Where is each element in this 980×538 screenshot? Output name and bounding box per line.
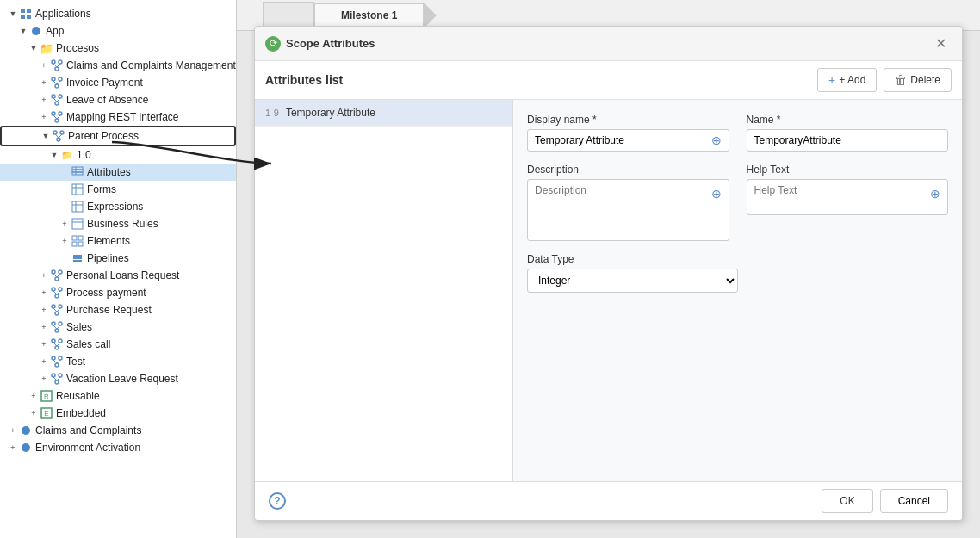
embedded-label: Embedded	[56, 407, 106, 419]
sidebar-item-invoice[interactable]: + Invoice Payment	[0, 74, 236, 91]
add-button[interactable]: + + Add	[817, 68, 877, 92]
svg-line-17	[53, 98, 57, 102]
svg-point-60	[55, 312, 59, 315]
toggle-leave[interactable]: +	[38, 94, 50, 106]
parent-process-label: Parent Process	[68, 130, 139, 142]
form-group-help-text: Help Text ⊕	[747, 164, 949, 241]
sidebar-item-sales-call[interactable]: + Sales call	[0, 336, 236, 353]
svg-line-7	[53, 64, 57, 67]
description-label: Description	[527, 164, 729, 176]
sidebar-item-test[interactable]: + Test	[0, 353, 236, 370]
toggle-invoice[interactable]: +	[38, 77, 50, 89]
sidebar-item-applications[interactable]: ▼ Applications	[0, 5, 236, 22]
add-label: + Add	[839, 74, 865, 86]
sidebar-item-attributes[interactable]: Attributes	[0, 164, 236, 181]
svg-line-22	[53, 115, 57, 119]
claims-complaints-label: Claims and Complaints	[35, 424, 141, 436]
ok-button[interactable]: OK	[822, 489, 872, 513]
help-text-textarea[interactable]	[747, 180, 924, 214]
name-label: Name *	[747, 114, 949, 126]
svg-line-23	[57, 115, 60, 119]
claims-mgmt-label: Claims and Complaints Management	[66, 59, 236, 71]
expressions-icon	[71, 200, 84, 213]
business-rules-label: Business Rules	[87, 218, 158, 230]
svg-line-81	[53, 377, 57, 380]
svg-point-49	[59, 270, 62, 274]
sidebar-item-business-rules[interactable]: + Business Rules	[0, 215, 236, 232]
sidebar-item-forms[interactable]: Forms	[0, 181, 236, 198]
modal-body: 1-9 Temporary Attribute Display name * ⊕	[255, 100, 962, 481]
data-type-label: Data Type	[527, 253, 738, 265]
sidebar-item-personal-loans[interactable]: + Personal Loans Request	[0, 267, 236, 284]
milestone-tab[interactable]: Milestone 1	[314, 3, 423, 28]
svg-line-52	[57, 274, 60, 277]
forms-icon	[71, 182, 84, 196]
sidebar-item-reusable[interactable]: + R Reusable	[0, 387, 236, 405]
svg-point-68	[52, 339, 55, 343]
display-name-icon[interactable]: ⊕	[704, 130, 729, 151]
svg-rect-33	[72, 184, 83, 195]
svg-line-51	[53, 274, 57, 277]
sidebar-item-env-activation[interactable]: + Environment Activation	[0, 439, 236, 456]
svg-line-66	[53, 325, 57, 329]
process-icon-16	[50, 337, 64, 351]
delete-icon: 🗑	[895, 73, 907, 87]
svg-point-10	[59, 77, 62, 81]
svg-point-6	[55, 67, 59, 71]
description-textarea[interactable]	[528, 180, 704, 240]
sidebar-item-purchase-request[interactable]: + Purchase Request	[0, 301, 236, 318]
svg-point-55	[55, 294, 59, 298]
sidebar-item-app[interactable]: ▼ App	[0, 22, 236, 40]
sidebar-item-process-payment[interactable]: + Process payment	[0, 284, 236, 301]
svg-rect-0	[21, 9, 25, 13]
reusable-label: Reusable	[56, 390, 100, 402]
toggle-applications[interactable]: ▼	[7, 8, 19, 20]
attr-list-panel: 1-9 Temporary Attribute	[255, 100, 513, 481]
sidebar-item-mapping[interactable]: + Mapping REST interface	[0, 108, 236, 126]
sidebar-item-pipelines[interactable]: Pipelines	[0, 250, 236, 267]
svg-point-21	[55, 119, 59, 122]
svg-point-79	[59, 374, 62, 377]
procesos-icon: 📁	[40, 41, 53, 55]
sidebar-item-embedded[interactable]: + E Embedded	[0, 405, 236, 422]
toggle-version[interactable]: ▼	[48, 149, 60, 161]
sidebar-item-sales[interactable]: + Sales	[0, 318, 236, 336]
display-name-input[interactable]	[528, 130, 704, 151]
sidebar-item-procesos[interactable]: ▼ 📁 Procesos	[0, 40, 236, 57]
toggle-mapping[interactable]: +	[38, 111, 50, 123]
toggle-app[interactable]: ▼	[17, 25, 29, 37]
cancel-button[interactable]: Cancel	[880, 489, 948, 513]
data-type-select[interactable]: Integer String Boolean Date Float Long	[527, 269, 738, 293]
svg-point-20	[59, 112, 62, 115]
svg-rect-2	[21, 15, 25, 19]
app-icon	[29, 24, 43, 38]
pipelines-icon	[71, 251, 84, 265]
sidebar-item-expressions[interactable]: Expressions	[0, 198, 236, 215]
svg-line-27	[55, 134, 59, 138]
attr-list-item[interactable]: 1-9 Temporary Attribute	[255, 100, 512, 127]
sidebar-item-claims-mgmt[interactable]: + Claims and Complaints Management	[0, 57, 236, 74]
help-text-icon[interactable]: ⊕	[923, 183, 947, 204]
modal-close-button[interactable]: ✕	[930, 34, 952, 53]
svg-point-24	[53, 131, 57, 134]
svg-point-25	[60, 131, 64, 134]
delete-button[interactable]: 🗑 Delete	[884, 68, 952, 92]
svg-point-58	[52, 305, 55, 308]
sidebar-item-version[interactable]: ▼ 📁 1.0	[0, 146, 236, 164]
sidebar-item-claims-complaints[interactable]: + Claims and Complaints	[0, 422, 236, 439]
toggle-parent-process[interactable]: ▼	[40, 130, 52, 142]
sidebar-item-leave[interactable]: + Leave of Absence	[0, 91, 236, 108]
toggle-claims-mgmt[interactable]: +	[38, 59, 50, 71]
svg-point-54	[59, 288, 62, 291]
sidebar-item-vacation[interactable]: + Vacation Leave Request	[0, 370, 236, 387]
svg-point-4	[52, 60, 55, 64]
help-icon[interactable]: ?	[269, 492, 286, 510]
sidebar-item-elements[interactable]: + Elements	[0, 232, 236, 250]
description-icon[interactable]: ⊕	[704, 183, 729, 204]
toggle-attributes[interactable]	[59, 166, 71, 178]
sidebar-item-parent-process[interactable]: ▼ Parent Process	[0, 126, 236, 146]
toggle-procesos[interactable]: ▼	[28, 42, 40, 54]
name-input[interactable]	[747, 130, 948, 151]
svg-line-18	[57, 98, 60, 102]
embedded-icon: E	[40, 406, 53, 420]
